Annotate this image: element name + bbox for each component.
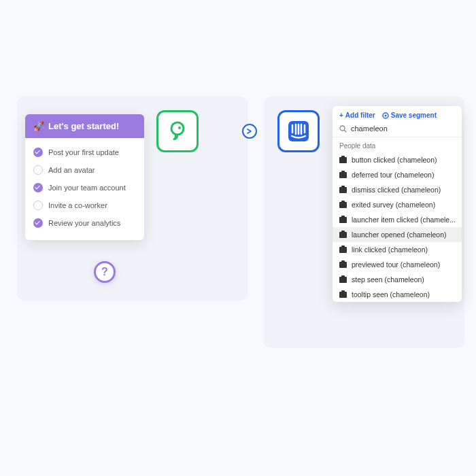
event-icon: [339, 157, 347, 163]
checklist-item-label: Review your analytics: [48, 219, 120, 227]
intercom-app-icon: [277, 110, 320, 152]
filter-dropdown: + Add filter Save segment chameleon Peop…: [333, 106, 462, 302]
check-done-icon: [33, 183, 43, 192]
dropdown-option-label: deferred tour (chameleon): [352, 171, 434, 179]
event-icon: [339, 292, 347, 298]
dropdown-option[interactable]: deferred tour (chameleon): [333, 167, 462, 182]
dropdown-option-label: previewed tour (chameleon): [352, 260, 440, 269]
help-button[interactable]: ?: [94, 261, 116, 283]
chameleon-logo-icon: [165, 119, 190, 143]
dropdown-option-label: button clicked (chameleon): [352, 156, 437, 164]
dropdown-option-label: step seen (chameleon): [352, 275, 424, 284]
svg-point-11: [340, 126, 345, 131]
svg-line-12: [345, 130, 347, 132]
dropdown-options: button clicked (chameleon)deferred tour …: [333, 152, 462, 302]
check-done-icon: [33, 218, 43, 228]
checklist-item[interactable]: Post your first update: [25, 143, 144, 161]
add-filter-button[interactable]: + Add filter: [339, 112, 375, 119]
event-icon: [339, 262, 347, 268]
checklist-item-label: Add an avatar: [48, 166, 95, 174]
dropdown-option[interactable]: step seen (chameleon): [333, 272, 462, 287]
search-input[interactable]: chameleon: [333, 122, 462, 137]
dropdown-option[interactable]: button clicked (chameleon): [333, 152, 462, 167]
event-icon: [339, 217, 347, 223]
dropdown-option-label: dismiss clicked (chameleon): [352, 186, 441, 194]
svg-point-10: [384, 114, 386, 116]
svg-point-0: [171, 122, 184, 135]
connection-arrow: [199, 131, 277, 133]
help-icon: ?: [101, 266, 108, 278]
save-icon: [382, 112, 389, 119]
intercom-logo-icon: [285, 118, 312, 145]
dropdown-option[interactable]: link clicked (chameleon): [333, 242, 462, 257]
check-done-icon: [33, 148, 43, 157]
dropdown-option-label: launcher opened (chameleon): [352, 231, 447, 239]
check-empty-icon: [33, 201, 43, 210]
dropdown-option[interactable]: launcher item clicked (chamele...: [333, 212, 462, 227]
dropdown-option-label: link clicked (chameleon): [352, 245, 428, 254]
rocket-icon: 🚀: [33, 121, 44, 131]
checklist-tail: [80, 239, 90, 240]
arrow-circle-icon: [242, 124, 257, 139]
checklist-title: Let's get started!: [48, 121, 119, 131]
onboarding-checklist: 🚀 Let's get started! Post your first upd…: [25, 114, 144, 240]
dropdown-option[interactable]: tooltip seen (chameleon): [333, 287, 462, 302]
event-icon: [339, 172, 347, 178]
checklist-item[interactable]: Add an avatar: [25, 161, 144, 179]
checklist-items: Post your first updateAdd an avatarJoin …: [25, 138, 144, 240]
dropdown-option[interactable]: dismiss clicked (chameleon): [333, 182, 462, 197]
dropdown-option-label: tooltip seen (chameleon): [352, 290, 430, 299]
checklist-header: 🚀 Let's get started!: [25, 114, 144, 138]
dropdown-option[interactable]: exited survey (chameleon): [333, 197, 462, 212]
check-empty-icon: [33, 165, 43, 175]
dropdown-actions: + Add filter Save segment: [333, 106, 462, 122]
dropdown-section-header: People data: [333, 137, 462, 152]
event-icon: [339, 277, 347, 283]
dropdown-option-label: exited survey (chameleon): [352, 201, 435, 209]
event-icon: [339, 202, 347, 208]
dropdown-option[interactable]: previewed tour (chameleon): [333, 257, 462, 272]
checklist-item-label: Join your team account: [48, 184, 126, 192]
save-segment-button[interactable]: Save segment: [382, 112, 437, 119]
svg-point-1: [178, 126, 181, 129]
dropdown-option[interactable]: launcher opened (chameleon): [333, 227, 462, 242]
event-icon: [339, 187, 347, 193]
event-icon: [339, 247, 347, 253]
checklist-item[interactable]: Join your team account: [25, 179, 144, 197]
event-icon: [339, 232, 347, 238]
search-value: chameleon: [351, 124, 388, 133]
checklist-item[interactable]: Review your analytics: [25, 214, 144, 232]
dropdown-option-label: launcher item clicked (chamele...: [352, 216, 456, 224]
search-icon: [339, 125, 347, 133]
chameleon-app-icon: [156, 110, 199, 152]
checklist-item-label: Invite a co-worker: [48, 201, 107, 209]
checklist-item[interactable]: Invite a co-worker: [25, 197, 144, 214]
checklist-item-label: Post your first update: [48, 148, 119, 156]
